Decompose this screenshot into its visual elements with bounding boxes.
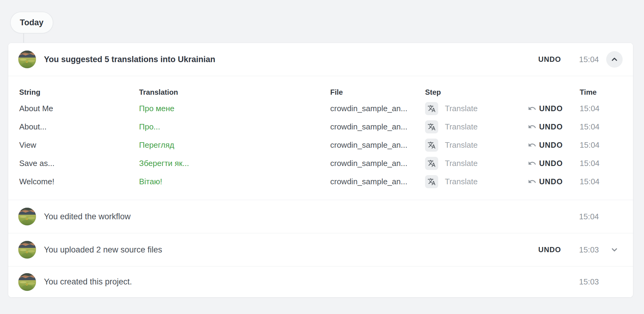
time-cell: 15:04 bbox=[580, 177, 633, 186]
undo-button[interactable]: UNDO bbox=[538, 245, 561, 254]
activity-time: 15:04 bbox=[561, 212, 600, 221]
undo-arrow-icon bbox=[528, 122, 536, 131]
activity-page: Today You suggested 5 translations into … bbox=[0, 0, 644, 314]
translation-cell: Зберегти як... bbox=[139, 159, 330, 168]
table-row: About... Про... crowdin_sample_an... Tra… bbox=[19, 118, 633, 136]
time-cell: 15:04 bbox=[580, 104, 633, 113]
table-row: About Me Про мене crowdin_sample_an... T… bbox=[19, 99, 633, 118]
timeline-connector bbox=[23, 33, 24, 43]
translate-icon bbox=[428, 159, 436, 168]
step-label: Translate bbox=[445, 104, 478, 113]
activity-row-edited-workflow: You edited the workflow 15:04 bbox=[8, 200, 633, 233]
undo-button[interactable]: UNDO bbox=[539, 159, 563, 168]
undo-cell: UNDO bbox=[528, 159, 580, 168]
undo-arrow-icon bbox=[528, 159, 536, 168]
collapse-button[interactable] bbox=[606, 51, 623, 68]
translation-cell: Перегляд bbox=[139, 140, 330, 150]
file-link[interactable]: crowdin_sample_an... bbox=[330, 122, 425, 132]
table-row: View Перегляд crowdin_sample_an... Trans… bbox=[19, 136, 633, 154]
undo-button[interactable]: UNDO bbox=[539, 104, 563, 113]
translate-icon bbox=[428, 141, 436, 149]
string-cell: Welcome! bbox=[19, 177, 139, 186]
table-header-row: String Translation File Step Time bbox=[19, 85, 633, 99]
undo-button[interactable]: UNDO bbox=[538, 55, 561, 64]
step-cell: Translate bbox=[425, 120, 528, 133]
undo-button[interactable]: UNDO bbox=[539, 177, 563, 186]
translate-icon bbox=[428, 123, 436, 131]
step-label: Translate bbox=[445, 159, 478, 168]
table-row: Save as... Зберегти як... crowdin_sample… bbox=[19, 154, 633, 172]
translate-step-badge bbox=[425, 102, 438, 115]
avatar[interactable] bbox=[18, 208, 36, 225]
file-link[interactable]: crowdin_sample_an... bbox=[330, 159, 425, 168]
undo-arrow-icon bbox=[528, 141, 536, 149]
translation-cell: Вітаю! bbox=[139, 177, 330, 186]
translate-step-badge bbox=[425, 157, 438, 170]
table-row: Welcome! Вітаю! crowdin_sample_an... Tra… bbox=[19, 172, 633, 191]
step-cell: Translate bbox=[425, 102, 528, 115]
undo-button[interactable]: UNDO bbox=[539, 141, 563, 150]
column-header-time: Time bbox=[580, 88, 633, 97]
step-cell: Translate bbox=[425, 139, 528, 152]
undo-cell: UNDO bbox=[528, 104, 580, 113]
undo-arrow-icon bbox=[528, 104, 536, 113]
activity-title: You suggested 5 translations into Ukrain… bbox=[44, 55, 215, 64]
step-cell: Translate bbox=[425, 157, 528, 170]
avatar[interactable] bbox=[18, 51, 36, 68]
activity-title: You created this project. bbox=[44, 277, 132, 287]
undo-arrow-icon bbox=[528, 177, 536, 186]
expand-button[interactable] bbox=[606, 242, 623, 258]
landscape-photo-icon bbox=[18, 241, 36, 259]
avatar[interactable] bbox=[18, 241, 36, 259]
activity-row-left: You created this project. bbox=[8, 273, 537, 291]
activity-row-left: You suggested 5 translations into Ukrain… bbox=[8, 51, 537, 68]
activity-title: You edited the workflow bbox=[44, 212, 131, 221]
time-cell: 15:04 bbox=[580, 159, 633, 168]
activity-row-suggested-translations[interactable]: You suggested 5 translations into Ukrain… bbox=[8, 43, 633, 76]
translate-icon bbox=[428, 178, 436, 186]
activity-time: 15:03 bbox=[561, 277, 600, 287]
avatar[interactable] bbox=[18, 273, 36, 291]
string-cell: About... bbox=[19, 122, 139, 132]
string-cell: View bbox=[19, 140, 139, 150]
string-cell: About Me bbox=[19, 104, 139, 113]
undo-cell: UNDO bbox=[528, 177, 580, 186]
step-label: Translate bbox=[445, 122, 478, 132]
undo-cell: UNDO bbox=[528, 141, 580, 150]
activity-time: 15:03 bbox=[561, 245, 600, 255]
translations-table: String Translation File Step Time About … bbox=[8, 76, 633, 200]
file-link[interactable]: crowdin_sample_an... bbox=[330, 104, 425, 113]
date-badge-label: Today bbox=[20, 18, 44, 27]
translate-step-badge bbox=[425, 175, 438, 188]
translation-cell: Про мене bbox=[139, 104, 330, 113]
activity-row-created-project: You created this project. 15:03 bbox=[8, 266, 633, 297]
string-cell: Save as... bbox=[19, 159, 139, 168]
chevron-up-icon bbox=[610, 55, 619, 64]
column-header-step: Step bbox=[425, 88, 528, 97]
translate-icon bbox=[428, 104, 436, 113]
translate-step-badge bbox=[425, 139, 438, 152]
file-link[interactable]: crowdin_sample_an... bbox=[330, 140, 425, 150]
activity-row-left: You edited the workflow bbox=[8, 208, 537, 225]
activity-time: 15:04 bbox=[561, 55, 600, 64]
date-badge: Today bbox=[10, 12, 53, 34]
step-label: Translate bbox=[445, 177, 478, 186]
file-link[interactable]: crowdin_sample_an... bbox=[330, 177, 425, 186]
undo-cell: UNDO bbox=[528, 122, 580, 131]
landscape-photo-icon bbox=[18, 51, 36, 68]
column-header-translation: Translation bbox=[139, 88, 330, 97]
activity-title: You uploaded 2 new source files bbox=[44, 245, 162, 255]
chevron-down-icon bbox=[610, 245, 619, 254]
column-header-file: File bbox=[330, 88, 425, 97]
time-cell: 15:04 bbox=[580, 122, 633, 132]
landscape-photo-icon bbox=[18, 208, 36, 225]
translation-cell: Про... bbox=[139, 122, 330, 132]
time-cell: 15:04 bbox=[580, 140, 633, 150]
activity-row-uploaded-files[interactable]: You uploaded 2 new source files UNDO 15:… bbox=[8, 233, 633, 266]
undo-button[interactable]: UNDO bbox=[539, 122, 563, 131]
landscape-photo-icon bbox=[18, 273, 36, 291]
step-label: Translate bbox=[445, 140, 478, 150]
activity-row-left: You uploaded 2 new source files bbox=[8, 241, 537, 259]
activity-card: You suggested 5 translations into Ukrain… bbox=[8, 43, 633, 298]
column-header-string: String bbox=[19, 88, 139, 97]
